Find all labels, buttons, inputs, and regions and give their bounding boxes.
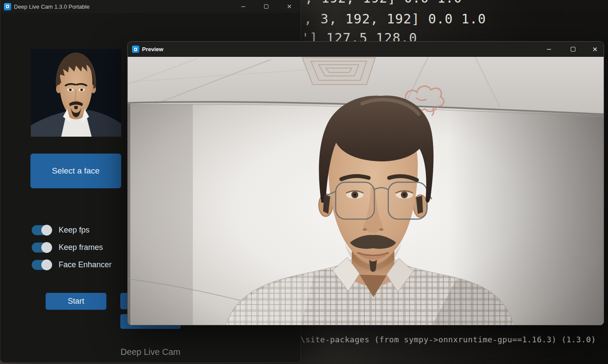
preview-window-title: Preview bbox=[142, 46, 163, 52]
preview-titlebar[interactable]: Preview bbox=[128, 42, 604, 57]
preview-minimize-button[interactable]: ─ bbox=[539, 42, 559, 57]
keep-frames-toggle[interactable] bbox=[32, 243, 52, 253]
close-button[interactable]: ✕ bbox=[282, 0, 296, 13]
preview-window: Preview ─ ✕ bbox=[127, 41, 604, 325]
preview-maximize-button[interactable] bbox=[563, 42, 583, 57]
face-enhancer-label: Face Enhancer bbox=[59, 260, 112, 269]
webcam-feed bbox=[128, 57, 604, 325]
face-enhancer-toggle[interactable] bbox=[32, 260, 52, 270]
preview-close-button[interactable]: ✕ bbox=[585, 42, 604, 57]
toggle-knob bbox=[41, 225, 52, 236]
terminal-line-shape: , 3, 192, 192] 0.0 1.0 bbox=[304, 11, 486, 26]
main-titlebar[interactable]: Deep Live Cam 1.3.0 Portable bbox=[0, 0, 301, 13]
keep-fps-label: Keep fps bbox=[59, 226, 89, 235]
maximize-button[interactable] bbox=[259, 0, 273, 13]
toggle-knob bbox=[41, 259, 52, 270]
select-face-button[interactable]: Select a face bbox=[30, 154, 121, 188]
desktop: { "terminal": { "line_clipped_top": ", 1… bbox=[0, 0, 608, 364]
keep-fps-switch-row: Keep fps bbox=[32, 224, 89, 236]
maximize-icon bbox=[264, 4, 268, 9]
minimize-button[interactable]: ─ bbox=[236, 0, 250, 13]
face-enhancer-switch-row: Face Enhancer bbox=[32, 259, 112, 270]
maximize-icon bbox=[571, 47, 575, 52]
keep-frames-label: Keep frames bbox=[59, 243, 103, 252]
terminal-line-clipped: , 192, 192] 0.0 1.0 bbox=[305, 0, 462, 6]
toggle-knob bbox=[41, 242, 52, 253]
keep-fps-toggle[interactable] bbox=[32, 225, 52, 235]
app-logo-icon bbox=[132, 46, 139, 53]
ceiling-vent bbox=[302, 58, 375, 85]
terminal-line-packages: \site-packages (from sympy->onnxruntime-… bbox=[301, 335, 596, 344]
app-logo-icon bbox=[4, 3, 11, 10]
source-face-portrait bbox=[31, 49, 121, 137]
webcam-scene bbox=[128, 57, 604, 325]
main-window-title: Deep Live Cam 1.3.0 Portable bbox=[14, 3, 89, 10]
keep-frames-switch-row: Keep frames bbox=[32, 242, 103, 253]
footer-app-name: Deep Live Cam bbox=[0, 347, 301, 357]
start-button[interactable]: Start bbox=[46, 293, 106, 310]
source-face-image bbox=[31, 49, 121, 137]
